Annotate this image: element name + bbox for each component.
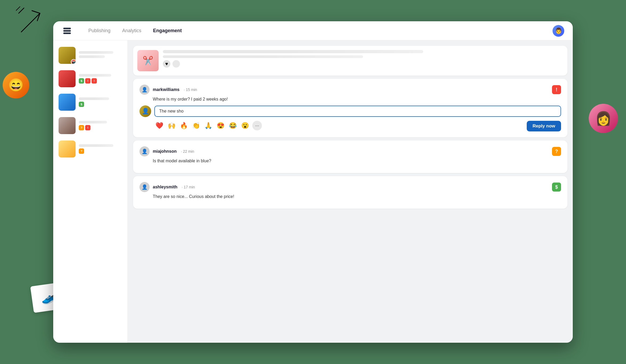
comment-header-1: 👤 markwilliams · 15 min ! (139, 85, 561, 95)
sidebar: 📷 $ ! ! (53, 40, 128, 343)
sidebar-content-3: $ (79, 97, 122, 107)
badge-orange-5: ? (79, 148, 84, 154)
comment-text-mark: Where is my order? I paid 2 weeks ago! (153, 97, 561, 102)
sidebar-thumb-5 (59, 140, 76, 158)
reaction-heart: ♥ (163, 60, 170, 68)
post-reactions: ♥ (163, 60, 563, 68)
badge-row-3: $ (79, 102, 122, 107)
sidebar-content-4: ? ! (79, 121, 122, 130)
top-nav: Publishing Analytics Engagement 👨 (53, 21, 573, 40)
reply-input[interactable] (154, 106, 561, 117)
badge-row-2: $ ! ! (79, 78, 122, 84)
comment-card-1: 👤 markwilliams · 15 min ! Where is my or… (133, 79, 567, 137)
post-preview-card: ✂️ ♥ (133, 46, 567, 76)
sidebar-item-2[interactable]: $ ! ! (56, 68, 124, 89)
app-window: Publishing Analytics Engagement 👨 📷 (53, 21, 573, 343)
emoji-laugh[interactable]: 😂 (228, 121, 238, 130)
svg-rect-4 (63, 30, 71, 32)
alert-badge-mark: ! (552, 85, 561, 94)
comment-meta-1: 👤 markwilliams · 15 min (139, 85, 197, 95)
emoji-reply-row: ❤️ 🙌 🔥 👏 🙏 😍 😂 😮 ··· Reply now (154, 121, 561, 131)
comment-meta-2: 👤 miajohnson · 22 min (139, 146, 194, 156)
svg-rect-3 (63, 28, 71, 29)
emoji-clap[interactable]: 👏 (191, 121, 201, 130)
username-mia: miajohnson (153, 149, 177, 154)
right-panel: ✂️ ♥ 👤 markwilliams · 15 (128, 40, 573, 343)
emoji-pray[interactable]: 🙏 (203, 121, 213, 130)
sidebar-thumb-2 (59, 70, 76, 87)
badge-orange-4: ? (79, 125, 84, 130)
comment-card-2: 👤 miajohnson · 22 min ? Is that model av… (133, 140, 567, 173)
username-mark: markwilliams (153, 87, 180, 92)
badge-row-5: ? (79, 148, 122, 154)
svg-line-2 (16, 7, 20, 11)
sidebar-item-5[interactable]: ? (56, 138, 124, 160)
comment-text-ashley: They are so nice... Curious about the pr… (153, 194, 561, 199)
badge-red-exclaim1: ! (85, 78, 90, 84)
post-preview-content: ♥ (163, 50, 563, 68)
comment-header-3: 👤 ashleysmith · 17 min $ (139, 182, 561, 192)
sidebar-thumb-4 (59, 117, 76, 134)
svg-line-0 (21, 13, 40, 32)
sidebar-content-5: ? (79, 144, 122, 154)
user-avatar-ashley: 👤 (139, 182, 150, 192)
emoji-fire[interactable]: 🔥 (179, 121, 189, 130)
emoji-row: ❤️ 🙌 🔥 👏 🙏 😍 😂 😮 ··· (154, 121, 527, 130)
sidebar-item-4[interactable]: ? ! (56, 115, 124, 136)
person-right-avatar: 👩 (589, 104, 618, 133)
reply-now-button[interactable]: Reply now (527, 121, 561, 131)
svg-rect-5 (63, 32, 71, 34)
tab-analytics[interactable]: Analytics (117, 26, 147, 36)
post-thumbnail: ✂️ (137, 50, 159, 71)
comment-time-mia: · 22 min (181, 149, 194, 154)
user-avatar[interactable]: 👨 (553, 25, 564, 37)
instagram-badge: 📷 (71, 59, 76, 64)
sidebar-content-2: $ ! ! (79, 74, 122, 84)
logo-area (62, 26, 72, 36)
emoji-heart-eyes[interactable]: 😍 (216, 121, 226, 130)
badge-green-dollar: $ (79, 78, 84, 84)
comment-time-mark: · 15 min (184, 88, 197, 92)
comment-card-3: 👤 ashleysmith · 17 min $ They are so nic… (133, 176, 567, 209)
tab-publishing[interactable]: Publishing (83, 26, 116, 36)
tab-engagement[interactable]: Engagement (148, 26, 187, 36)
comment-header-2: 👤 miajohnson · 22 min ? (139, 146, 561, 156)
main-content: 📷 $ ! ! (53, 40, 573, 343)
badge-red-exclaim2: ! (92, 78, 97, 84)
comment-time-ashley: · 17 min (182, 185, 195, 189)
reaction-dot-2 (172, 60, 180, 68)
emoji-heart[interactable]: ❤️ (154, 121, 164, 130)
user-avatar-mia: 👤 (139, 146, 150, 156)
reply-input-area: 👤 (139, 105, 561, 117)
sidebar-item-1[interactable]: 📷 (56, 45, 124, 66)
username-ashley: ashleysmith (153, 185, 177, 189)
alert-badge-mia: ? (552, 147, 561, 156)
svg-line-1 (19, 8, 24, 13)
sidebar-item-3[interactable]: $ (56, 92, 124, 113)
sidebar-content-1 (79, 51, 122, 60)
badge-row-4: ? ! (79, 125, 122, 130)
emoji-more-button[interactable]: ··· (252, 121, 262, 130)
comment-meta-3: 👤 ashleysmith · 17 min (139, 182, 195, 192)
reply-user-avatar: 👤 (139, 105, 151, 117)
nav-tabs: Publishing Analytics Engagement (83, 26, 553, 36)
arrow-decoration (16, 5, 48, 37)
badge-red-4: ! (85, 125, 90, 130)
sidebar-thumb-3 (59, 94, 76, 111)
emoji-wow[interactable]: 😮 (240, 121, 250, 130)
comment-text-mia: Is that model available in blue? (153, 159, 561, 163)
person-left-avatar: 😄 (3, 72, 29, 98)
user-avatar-mark: 👤 (139, 85, 150, 95)
emoji-raised-hands[interactable]: 🙌 (167, 121, 177, 130)
alert-badge-ashley: $ (552, 183, 561, 192)
badge-green-3: $ (79, 102, 84, 107)
buffer-logo-icon (62, 26, 72, 36)
sidebar-thumb-1: 📷 (59, 47, 76, 64)
